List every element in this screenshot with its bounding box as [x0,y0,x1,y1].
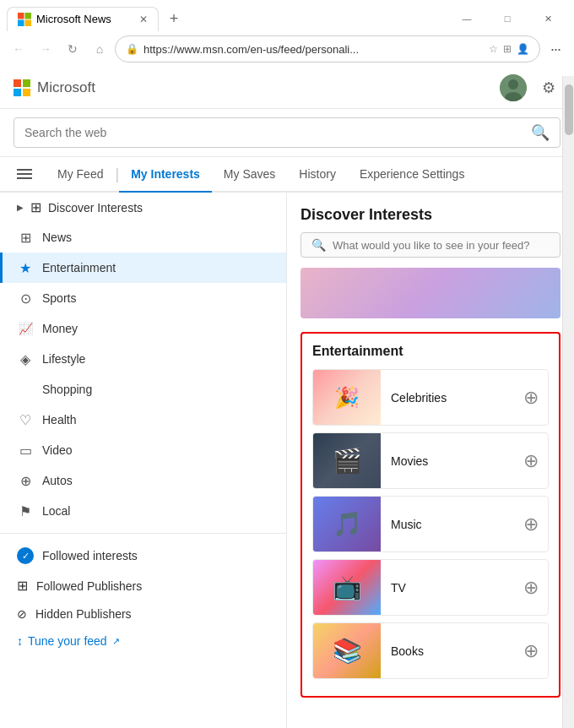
discover-search[interactable]: 🔍 [301,232,560,258]
sidebar-item-local[interactable]: ⚑ Local [0,496,286,526]
discover-image-strip [301,268,560,318]
back-button[interactable]: ← [7,37,30,61]
sidebar-item-hidden-publishers[interactable]: ⊘ Hidden Publishers [0,600,286,627]
minimize-button[interactable]: — [447,5,486,32]
sidebar-local-label: Local [42,504,273,518]
browser-chrome: Microsoft News ✕ + — □ ✕ ← → ↻ ⌂ 🔒 https… [0,0,574,68]
followed-interests-label: Followed interests [42,549,138,562]
home-button[interactable]: ⌂ [88,37,111,61]
interest-card-movies: 🎬 Movies ⊕ [312,432,549,489]
svg-point-5 [508,79,518,90]
discover-interests-header[interactable]: ▶ ⊞ Discover Interests [0,193,286,222]
search-input[interactable] [24,126,524,139]
sidebar-news-label: News [42,231,273,244]
books-image: 📚 [313,623,381,678]
maximize-button[interactable]: □ [488,5,527,32]
tab-title: Microsoft News [36,13,111,25]
sidebar-item-entertainment[interactable]: ★ Entertainment [0,253,286,283]
svg-rect-0 [18,13,24,19]
scrollbar[interactable] [562,193,574,728]
refresh-button[interactable]: ↻ [61,37,84,61]
sidebar-shopping-label: Shopping [42,383,273,396]
tab-history[interactable]: History [287,157,348,191]
health-icon: ♡ [17,411,34,428]
add-tv-button[interactable]: ⊕ [514,571,548,605]
sidebar-item-money[interactable]: 📈 Money [0,313,286,344]
discover-search-icon: 🔍 [311,238,326,252]
entertainment-section-title: Entertainment [312,344,549,359]
sidebar-item-sports[interactable]: ⊙ Sports [0,283,286,313]
arrow-icon: ▶ [17,203,24,212]
search-button[interactable]: 🔍 [531,123,550,142]
app-header: Microsoft ⚙ [0,68,574,109]
sidebar-divider [0,533,286,534]
nav-tabs: My Feed | My Interests My Saves History … [0,157,574,193]
discover-section: Discover Interests 🔍 [301,206,560,318]
sidebar-item-news[interactable]: ⊞ News [0,222,286,253]
sidebar-item-shopping[interactable]: Shopping [0,374,286,405]
movies-image: 🎬 [313,433,381,488]
local-icon: ⚑ [17,503,34,519]
sidebar-item-autos[interactable]: ⊕ Autos [0,465,286,496]
brand-name: Microsoft [37,79,95,96]
discover-icon: ⊞ [30,199,41,215]
followed-publishers-icon: ⊞ [17,578,28,594]
url-text: https://www.msn.com/en-us/feed/personali… [144,43,484,56]
tune-feed-link[interactable]: ↕ Tune your feed ↗ [0,627,286,655]
interest-card-music: 🎵 Music ⊕ [312,496,549,552]
sidebar-item-health[interactable]: ♡ Health [0,405,286,435]
books-label: Books [381,644,514,658]
collection-icon[interactable]: ⊞ [503,43,512,55]
tab-experience-settings[interactable]: Experience Settings [348,157,477,191]
search-input-wrap[interactable]: 🔍 [14,117,560,148]
microsoft-logo: Microsoft [14,79,95,96]
ms-square-blue [14,89,21,96]
tab-close-button[interactable]: ✕ [139,14,148,25]
browser-controls: ← → ↻ ⌂ 🔒 https://www.msn.com/en-us/feed… [0,32,574,68]
svg-rect-3 [25,19,32,26]
tab-my-feed[interactable]: My Feed [46,157,115,191]
hidden-publishers-icon: ⊘ [17,607,27,621]
sidebar-item-followed-publishers[interactable]: ⊞ Followed Publishers [0,571,286,600]
browser-menu-button[interactable]: ··· [544,37,567,61]
sidebar-item-followed-interests[interactable]: ✓ Followed interests [0,541,286,571]
entertainment-icon: ★ [17,259,34,276]
sidebar-item-lifestyle[interactable]: ◈ Lifestyle [0,344,286,374]
music-label: Music [381,518,514,531]
tab-my-interests[interactable]: My Interests [119,157,212,193]
interest-card-books: 📚 Books ⊕ [312,622,549,679]
discover-title: Discover Interests [301,206,560,224]
tv-label: TV [381,581,514,595]
video-icon: ▭ [17,442,34,459]
new-tab-button[interactable]: + [162,7,186,30]
add-movies-button[interactable]: ⊕ [514,444,548,478]
ms-square-green [23,79,30,87]
add-music-button[interactable]: ⊕ [514,508,548,541]
followed-publishers-label: Followed Publishers [36,579,142,593]
tab-my-saves[interactable]: My Saves [212,157,287,191]
tv-image: 📺 [313,560,381,615]
lifestyle-icon: ◈ [17,350,34,367]
add-books-button[interactable]: ⊕ [514,634,548,668]
browser-tab[interactable]: Microsoft News ✕ [7,7,159,31]
browser-title-bar: Microsoft News ✕ + — □ ✕ [0,0,574,32]
sidebar-item-video[interactable]: ▭ Video [0,435,286,465]
discover-search-input[interactable] [333,239,550,252]
sidebar: ▶ ⊞ Discover Interests ⊞ News ★ Entertai… [0,193,287,728]
lock-icon: 🔒 [126,43,138,55]
close-button[interactable]: ✕ [528,5,567,32]
forward-button[interactable]: → [34,37,57,61]
celebrities-image: 🎉 [313,370,381,425]
star-icon[interactable]: ☆ [489,43,498,55]
sidebar-health-label: Health [42,413,273,426]
hamburger-menu-button[interactable] [14,166,35,182]
add-celebrities-button[interactable]: ⊕ [514,381,548,415]
svg-rect-2 [18,19,24,26]
address-bar[interactable]: 🔒 https://www.msn.com/en-us/feed/persona… [115,35,540,62]
interest-card-tv: 📺 TV ⊕ [312,559,549,616]
news-icon: ⊞ [17,229,34,246]
right-content: Discover Interests 🔍 Entertainment 🎉 Cel… [287,193,574,728]
user-avatar[interactable] [500,74,527,101]
profile-icon[interactable]: 👤 [517,43,529,55]
settings-icon[interactable]: ⚙ [537,76,560,100]
